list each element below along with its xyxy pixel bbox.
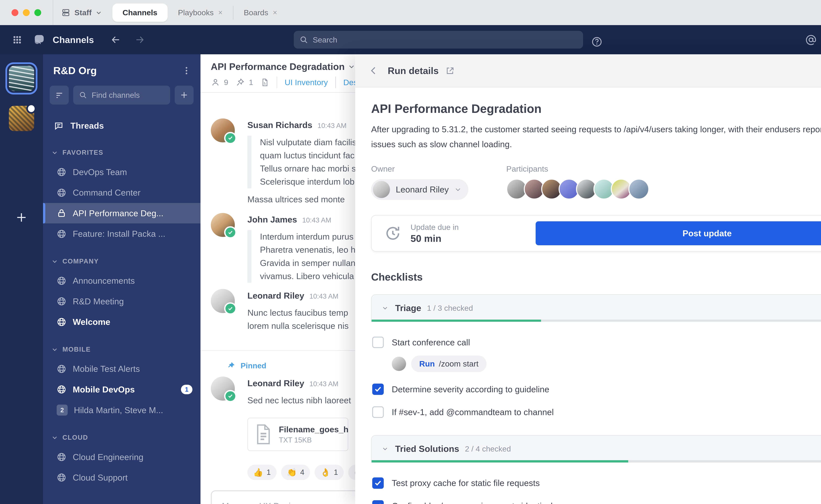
- history-back-button[interactable]: [106, 31, 125, 49]
- history-forward-button[interactable]: [130, 31, 149, 49]
- back-chevron-icon[interactable]: [369, 66, 379, 75]
- close-tab-icon[interactable]: ×: [218, 8, 223, 17]
- run-command-button[interactable]: Run/zoom start: [411, 356, 486, 372]
- progress-track: [372, 460, 821, 462]
- app-tab-playbooks[interactable]: Playbooks×: [168, 3, 233, 22]
- maximize-window-button[interactable]: [34, 9, 41, 16]
- message-text: Massa ultrices sed monte: [248, 193, 345, 206]
- org-menu-kebab-icon[interactable]: [181, 66, 191, 75]
- checkbox-checked[interactable]: [372, 384, 384, 395]
- minimize-window-button[interactable]: [23, 9, 30, 16]
- reaction-pill[interactable]: 👌1: [315, 465, 344, 480]
- sidebar-section-company[interactable]: COMPANY: [43, 252, 200, 271]
- message-author[interactable]: John James: [248, 215, 297, 224]
- run-details-header: Run details: [355, 54, 821, 87]
- sidebar-item-cloud-support[interactable]: Cloud Support: [43, 467, 200, 488]
- reaction-pill[interactable]: 👏4: [281, 465, 310, 480]
- sidebar-item-devops-team[interactable]: DevOps Team: [43, 162, 200, 182]
- mentions-icon[interactable]: [802, 31, 820, 49]
- help-icon[interactable]: [588, 33, 606, 51]
- document-icon: [255, 423, 272, 445]
- file-attachment-card[interactable]: Filename_goes_hTXT 15KB: [248, 418, 348, 451]
- pin-icon[interactable]: [236, 78, 245, 87]
- sidebar-item-threads[interactable]: Threads: [43, 116, 200, 136]
- owner-avatar: [373, 181, 390, 198]
- private-channel-lock-icon: [57, 208, 66, 218]
- channel-title[interactable]: API Performance Degradation: [211, 61, 345, 72]
- chevron-down-icon: [382, 446, 388, 452]
- checklist-section-header[interactable]: Triage1 / 3 checked: [371, 294, 821, 322]
- sidebar-item-mobile-devops[interactable]: Mobile DevOps1: [43, 379, 200, 400]
- team-item-active[interactable]: [5, 62, 37, 94]
- chevron-down-icon: [382, 305, 388, 311]
- find-channels-input[interactable]: Find channels: [73, 86, 170, 105]
- reaction-count: 4: [300, 468, 304, 477]
- file-icon[interactable]: [261, 78, 269, 87]
- chevron-down-icon: [348, 63, 355, 70]
- server-icon: [61, 8, 70, 17]
- chevron-down-icon: [52, 258, 58, 264]
- checklist-name: Triage: [395, 303, 421, 313]
- chevron-down-icon: [52, 149, 58, 156]
- message-text: Tellus ornare hac morbi s: [260, 162, 358, 175]
- message-text: quam luctus tincidunt fac: [260, 149, 358, 162]
- message-text: lorem nulla scelerisque nis: [248, 319, 349, 332]
- server-switcher[interactable]: Staff: [61, 8, 102, 17]
- members-icon[interactable]: [211, 78, 220, 87]
- app-tab-boards[interactable]: Boards×: [234, 3, 288, 22]
- sidebar-section-mobile[interactable]: MOBILE: [43, 340, 200, 359]
- sidebar-item-hilda-martin-steve-m[interactable]: 2Hilda Martin, Steve M...: [43, 400, 200, 420]
- chevron-down-icon: [454, 186, 461, 193]
- add-channel-button[interactable]: [175, 86, 193, 105]
- public-channel-globe-icon: [57, 167, 66, 177]
- app-tab-channels[interactable]: Channels: [112, 3, 168, 22]
- file-meta: TXT 15KB: [279, 436, 348, 444]
- sidebar-item-welcome[interactable]: Welcome: [43, 312, 200, 332]
- threads-label: Threads: [70, 121, 104, 131]
- participants-label: Participants: [506, 164, 649, 173]
- team-item[interactable]: [5, 102, 37, 134]
- public-channel-globe-icon: [57, 229, 66, 239]
- external-link-icon[interactable]: [445, 66, 455, 75]
- global-search-input[interactable]: Search: [294, 31, 583, 49]
- sidebar-section-favorites[interactable]: FAVORITES: [43, 143, 200, 162]
- checklist-section: Tried Solutions2 / 4 checkedTest proxy c…: [371, 435, 821, 504]
- sidebar-item-r-d-meeting[interactable]: R&D Meeting: [43, 291, 200, 312]
- pin-icon: [227, 361, 235, 370]
- checklist-section-header[interactable]: Tried Solutions2 / 4 checked: [371, 435, 821, 462]
- org-name[interactable]: R&D Org: [53, 65, 97, 76]
- sidebar-section-cloud[interactable]: CLOUD: [43, 428, 200, 447]
- reaction-pill[interactable]: 👍1: [248, 465, 277, 480]
- channel-label: Command Center: [73, 188, 200, 198]
- checkbox-checked[interactable]: [372, 477, 384, 489]
- channel-header-link[interactable]: UI Inventory: [285, 78, 328, 87]
- message-author[interactable]: Leonard Riley: [248, 378, 304, 388]
- sidebar-item-feature-install-packa[interactable]: Feature: Install Packa ...: [43, 223, 200, 244]
- checkbox-unchecked[interactable]: [372, 337, 384, 348]
- sidebar-item-command-center[interactable]: Command Center: [43, 182, 200, 203]
- message-author[interactable]: Susan Richards: [248, 120, 312, 130]
- search-placeholder: Search: [313, 35, 337, 44]
- participants-avatars[interactable]: [506, 179, 649, 199]
- message-author[interactable]: Leonard Riley: [248, 291, 304, 301]
- product-title: Channels: [53, 34, 94, 45]
- avatar: [211, 289, 235, 313]
- checkbox-unchecked[interactable]: [372, 406, 384, 418]
- channel-label: Cloud Support: [73, 473, 200, 483]
- owner-selector[interactable]: Leonard Riley: [371, 179, 468, 200]
- channel-filter-button[interactable]: [50, 86, 69, 105]
- post-update-button[interactable]: Post update: [536, 221, 821, 245]
- avatar: [392, 357, 406, 371]
- avatar: [211, 118, 235, 142]
- sidebar-item-cloud-engineering[interactable]: Cloud Engineering: [43, 447, 200, 467]
- message-timestamp: 10:43 AM: [309, 292, 338, 300]
- product-grid-icon[interactable]: [8, 31, 26, 49]
- sidebar-item-api-performance-deg[interactable]: API Performance Deg...: [43, 203, 200, 224]
- app-tabs: ChannelsPlaybooks×Boards×: [112, 0, 288, 25]
- sidebar-item-mobile-test-alerts[interactable]: Mobile Test Alerts: [43, 359, 200, 379]
- sidebar-item-announcements[interactable]: Announcements: [43, 270, 200, 291]
- close-tab-icon[interactable]: ×: [273, 8, 277, 17]
- add-team-button[interactable]: [15, 211, 28, 224]
- close-window-button[interactable]: [11, 9, 18, 16]
- checkbox-checked[interactable]: [372, 500, 384, 504]
